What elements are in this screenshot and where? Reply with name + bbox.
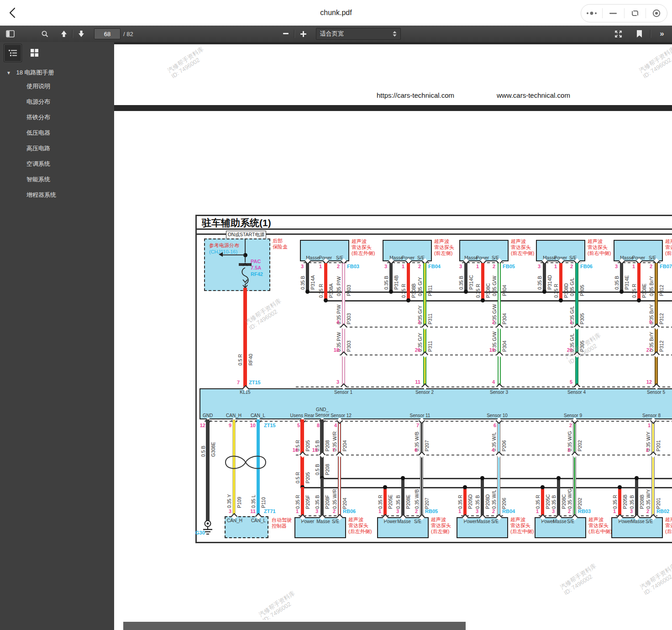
pin-number: 2 [488,264,495,270]
junction-dot [559,298,563,302]
pin-number: 5 [293,423,300,429]
next-page-icon[interactable] [75,28,88,40]
pin-number: 3 [547,508,555,514]
fuse-code: RF42 [251,271,263,277]
zoom-mode-select[interactable]: 适合页宽 [316,28,401,40]
pin-name-label: Sensor 8 [642,413,661,418]
pin-number: 1 [454,508,461,514]
pin-number: 2 [642,508,649,514]
wire-label: P204 [342,498,347,509]
pin-number: 2 [414,264,421,270]
pin-number: 2 [488,508,495,514]
pin-number: 4 [332,319,339,325]
outline-view-icon[interactable] [4,44,22,62]
minimize-icon[interactable] [603,5,624,22]
outline-item[interactable]: 低压电器 [0,125,114,141]
wire [420,419,423,516]
pin-number: 4 [330,423,337,429]
pin-number: 2 [410,508,418,514]
zoom-in-icon[interactable] [297,28,310,40]
wire-label: P208F [325,495,330,509]
outline-item[interactable]: 搭铁分布 [0,110,114,125]
caret-down-icon: ▼ [6,70,11,75]
pin-name-label: Sensor 4 [567,390,586,395]
wire [620,263,623,291]
pin-number: 3 [380,264,387,270]
wire-label: 0.35 B [537,276,542,290]
outline-item[interactable]: 使用说明 [0,79,114,94]
component-desc-label: (后右中侧) [588,529,612,535]
record-circle-icon[interactable] [646,5,667,22]
search-icon[interactable] [38,28,51,40]
pin-name-label: Sensor 9 [564,413,582,418]
component-desc-label: 超声波 [348,517,363,523]
wire [389,263,393,291]
component-desc-label: 超声波 [665,238,672,244]
wire-label: P208C [561,494,567,509]
thumbnails-view-icon[interactable] [26,44,43,61]
wire-label: P205F [305,495,310,509]
zoom-out-icon[interactable] [279,28,292,40]
pin-number: 2 [645,264,652,270]
outline-item[interactable]: 高压电路 [0,141,114,156]
outline-root-item[interactable]: ▼ 18 电路图手册 [0,65,114,79]
wire-label: P208D [485,494,490,509]
wire-label: P314C [468,275,474,290]
wire [497,419,500,516]
pin-name-label: S/E [491,519,499,524]
pin-number: 8 [312,423,320,429]
pin-number: 26 [413,347,420,353]
wire-label: 0.35 G/L [569,278,575,296]
fullscreen-icon[interactable] [612,28,625,40]
wire-label: 0.35 R [553,284,559,298]
pin-number: 1 [374,508,381,514]
pin-name-label: Masse [477,519,490,524]
wire-label: 0.35 R [378,495,383,509]
diagram-frame-left [195,215,197,543]
outline-item[interactable]: 增程器系统 [0,187,114,203]
outline-item[interactable]: 电源分布 [0,94,114,110]
dashed-connector-line [296,386,672,387]
component-desc-label: (前右中侧) [588,250,611,256]
restore-window-icon[interactable] [625,5,646,22]
more-tools-icon[interactable]: » [656,28,668,40]
outline-item[interactable]: 智能系统 [0,172,114,187]
sidebar-toggle-icon[interactable] [4,28,16,40]
wire [464,263,467,291]
component-desc-label: (后右外侧) [665,529,672,535]
bookmark-icon[interactable] [633,28,646,40]
pin-number: 5 [565,379,572,385]
wire-label: 0.35 R [295,495,300,509]
pin-name-label: Sensor 2 [415,390,434,395]
pin-number: 12 [645,379,652,385]
wire-label: P312 [659,285,664,296]
diagonal-watermark: 汽修帮手资料库ID: 7496002 [638,46,672,80]
wire-label: 0.35 B [475,495,480,509]
wire-label: 0.35 R [475,284,481,298]
pin-number: 3 [610,264,618,270]
wire-label: P109 [236,497,242,508]
bus-line [195,233,672,235]
previous-page-icon[interactable] [58,28,70,40]
component-desc-label: 雷达探头 [588,244,608,250]
wire-label: 0.35 B [315,495,320,509]
page-number-input[interactable] [94,28,121,39]
connector-label: FB05 [503,264,530,270]
component-desc-label: (前左外侧) [352,250,375,256]
wire [243,288,247,388]
wire-label: 0.5 R [237,354,243,365]
wire-label: P303 [346,285,352,296]
wire-label: 0.35 W/L [491,490,497,509]
connector-label: RB04 [502,508,530,514]
junction-dot [556,476,561,480]
pin-name-label: Sensor 11 [410,413,430,418]
more-dots-icon[interactable] [581,5,602,22]
pin-number: 2 [488,319,495,325]
wire [463,487,467,516]
component-desc-label: 雷达探头 [511,244,531,250]
dashed-connector-line [296,455,672,455]
outline-item[interactable]: 空调系统 [0,156,114,172]
component-desc-label: 雷达探头 [352,244,372,250]
wire-label: P314B [394,275,399,290]
select-arrows-icon [393,31,397,37]
